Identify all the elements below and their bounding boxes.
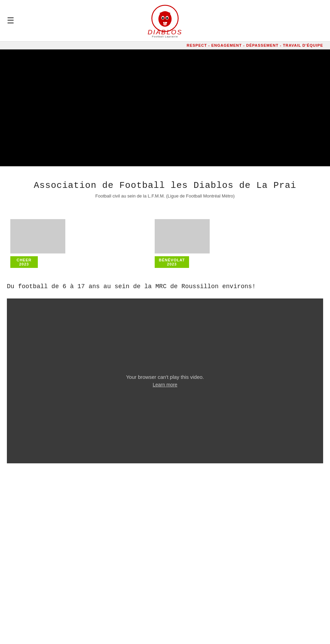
- card-cheer-image: [10, 219, 65, 253]
- hamburger-icon: ☰: [7, 16, 14, 25]
- svg-text:Football Laprairie: Football Laprairie: [152, 35, 178, 38]
- hero-video-area: [0, 49, 330, 166]
- site-logo: DIABLOS Football Laprairie: [141, 3, 189, 38]
- hamburger-menu-button[interactable]: ☰: [7, 16, 14, 25]
- svg-point-14: [163, 23, 167, 25]
- main-content: Association de Football les Diablos de L…: [0, 167, 330, 470]
- svg-point-7: [166, 17, 168, 19]
- svg-rect-13: [166, 22, 167, 23]
- card-benevolat[interactable]: BÉNÉVOLAT 2023: [155, 219, 210, 268]
- cards-row: CHEER 2023 BÉNÉVOLAT 2023: [7, 212, 323, 271]
- card-cheer-badge-line1: CHEER: [14, 258, 34, 262]
- card-cheer-badge[interactable]: CHEER 2023: [10, 256, 38, 268]
- learn-more-button[interactable]: Learn more: [153, 382, 177, 387]
- card-cheer-badge-line2: 2023: [14, 262, 34, 266]
- card-benevolat-badge-line2: 2023: [159, 262, 185, 266]
- svg-rect-11: [163, 22, 164, 23]
- tagline-text: RESPECT - ENGAGEMENT - DÉPASSEMENT - TRA…: [187, 43, 323, 47]
- association-title: Association de Football les Diablos de L…: [7, 180, 323, 191]
- card-benevolat-image: [155, 219, 210, 253]
- tagline-bar: RESPECT - ENGAGEMENT - DÉPASSEMENT - TRA…: [0, 42, 330, 49]
- video-cant-play-text: Your browser can't play this video.: [126, 374, 204, 380]
- card-benevolat-badge[interactable]: BÉNÉVOLAT 2023: [155, 256, 189, 268]
- card-cheer[interactable]: CHEER 2023: [10, 219, 65, 268]
- logo-container: DIABLOS Football Laprairie: [141, 3, 189, 38]
- svg-point-6: [162, 17, 164, 19]
- video-player[interactable]: Your browser can't play this video. Lear…: [7, 298, 323, 463]
- site-header: ☰: [0, 0, 330, 42]
- card-benevolat-badge-line1: BÉNÉVOLAT: [159, 258, 185, 262]
- description-text: Du football de 6 à 17 ans au sein de la …: [7, 282, 323, 292]
- association-subtitle: Football civil au sein de la L.F.M.M. (L…: [7, 193, 323, 199]
